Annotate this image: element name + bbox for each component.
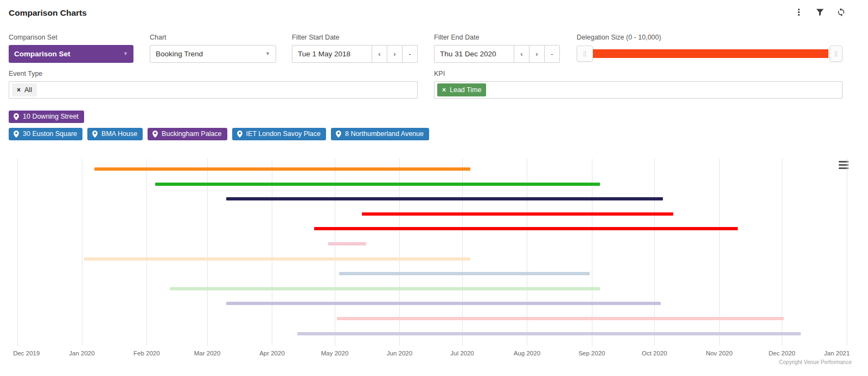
chart-bar-10 [226, 302, 661, 305]
tag-label: All [24, 86, 32, 94]
end-date-prev-button[interactable]: ‹ [514, 46, 529, 62]
comparison-set-group: Comparison Set Comparison Set ▼ [9, 34, 133, 63]
axis-tick-label: Jan 2020 [69, 350, 94, 356]
comparison-set-value: Comparison Set [14, 50, 71, 58]
chevron-down-icon: ▼ [265, 51, 270, 56]
chart-bar-8 [339, 272, 590, 275]
filter-end-date-label: Filter End Date [434, 34, 560, 41]
axis-tick-label: Jun 2020 [387, 350, 412, 356]
start-date-clear-button[interactable]: - [402, 46, 417, 62]
slider-handle-max[interactable] [829, 46, 843, 62]
axis-tick-label: Dec 2020 [769, 350, 795, 356]
end-date-clear-button[interactable]: - [544, 46, 559, 62]
start-date-prev-button[interactable]: ‹ [372, 46, 387, 62]
axis-tick-label: May 2020 [321, 350, 349, 356]
comparison-set-label: Comparison Set [9, 34, 133, 41]
chart-copyright: Copyright Venue Performance [779, 359, 852, 365]
map-pin-icon [92, 131, 98, 138]
comparison-charts-page: Comparison Charts Comparison Set Compari… [0, 0, 868, 376]
chart-bar-5 [314, 227, 738, 230]
gridline [146, 159, 147, 346]
map-pin-icon [336, 131, 341, 138]
venue-tag-bma-house[interactable]: BMA House [87, 128, 143, 140]
start-date-next-button[interactable]: › [387, 46, 402, 62]
venue-tag-label: 8 Northumberland Avenue [345, 130, 424, 138]
kpi-label: KPI [434, 70, 843, 77]
axis-tick-label: Jan 2021 [824, 350, 850, 356]
axis-tick-label: Nov 2020 [706, 350, 732, 356]
axis-tick-label: Sep 2020 [578, 350, 605, 356]
venue-tag-10-downing-street[interactable]: 10 Downing Street [9, 111, 84, 123]
gridline [207, 159, 208, 346]
filter-start-date-input[interactable]: Tue 1 May 2018 [292, 46, 372, 62]
axis-tick-label: Apr 2020 [259, 350, 285, 356]
event-type-label: Event Type [9, 70, 418, 77]
filter-end-date-control: Thu 31 Dec 2020 ‹ › - [434, 45, 560, 63]
venue-tag-iet-london-savoy-place[interactable]: IET London Savoy Place [232, 128, 326, 140]
chart-bar-3 [226, 197, 663, 200]
end-date-next-button[interactable]: › [529, 46, 544, 62]
kpi-group: KPI ×Lead Time [434, 70, 843, 99]
slider-track[interactable] [592, 49, 828, 58]
filter-start-date-label: Filter Start Date [292, 34, 418, 41]
remove-tag-icon[interactable]: × [17, 87, 21, 93]
filter-end-date-input[interactable]: Thu 31 Dec 2020 [435, 46, 514, 62]
kebab-menu-icon[interactable] [794, 7, 804, 17]
venue-tag-label: IET London Savoy Place [246, 130, 321, 138]
map-pin-icon [14, 131, 19, 138]
chart-label: Chart [150, 34, 276, 41]
chart-bar-2 [155, 183, 600, 186]
chart-bar-11 [337, 317, 784, 320]
selected-tag-all: ×All [12, 83, 37, 96]
slider-handle-min[interactable] [577, 46, 593, 62]
venue-tag-30-euston-square[interactable]: 30 Euston Square [9, 128, 82, 140]
filter-start-date-group: Filter Start Date Tue 1 May 2018 ‹ › - [292, 34, 418, 63]
remove-tag-icon[interactable]: × [442, 87, 446, 93]
selected-tag-lead-time: ×Lead Time [437, 83, 486, 96]
chart-group: Chart Booking Trend ▼ [150, 34, 276, 63]
axis-tick-label: Mar 2020 [194, 350, 221, 356]
chart-bar-9 [170, 287, 600, 290]
venue-tag-label: 30 Euston Square [23, 130, 77, 138]
venue-tag-label: 10 Downing Street [23, 113, 79, 120]
chart-value: Booking Trend [156, 50, 203, 58]
kpi-multiselect[interactable]: ×Lead Time [434, 81, 843, 99]
comparison-set-select[interactable]: Comparison Set ▼ [9, 45, 133, 63]
chart-bar-7 [84, 257, 471, 261]
chart-bar-12 [297, 332, 801, 335]
axis-tick-label: Dec 2019 [13, 350, 40, 356]
gridline [272, 159, 272, 346]
axis-tick-label: Jul 2020 [450, 350, 474, 356]
filter-icon[interactable] [815, 7, 825, 17]
axis-tick-label: Aug 2020 [514, 350, 540, 356]
header-toolbar [794, 7, 846, 17]
venue-tags-row-1: 10 Downing Street [9, 111, 84, 123]
axis-tick-label: Feb 2020 [133, 350, 160, 356]
delegation-size-group: Delegation Size (0 - 10,000) [577, 34, 843, 63]
filter-start-date-control: Tue 1 May 2018 ‹ › - [292, 45, 418, 63]
gridline [847, 159, 847, 346]
booking-trend-chart: Copyright Venue Performance Dec 2019Jan … [11, 155, 857, 364]
gridline [335, 159, 335, 346]
map-pin-icon [237, 131, 242, 138]
event-type-multiselect[interactable]: ×All [9, 81, 418, 99]
filter-end-date-group: Filter End Date Thu 31 Dec 2020 ‹ › - [434, 34, 560, 63]
map-pin-icon [14, 113, 19, 120]
venue-tag-label: Buckingham Palace [162, 130, 221, 138]
venue-tags-row-2: 30 Euston SquareBMA HouseBuckingham Pala… [9, 128, 429, 140]
delegation-size-label: Delegation Size (0 - 10,000) [577, 34, 843, 41]
venue-tag-buckingham-palace[interactable]: Buckingham Palace [148, 128, 227, 140]
chart-bar-4 [362, 212, 673, 216]
venue-tag-8-northumberland-avenue[interactable]: 8 Northumberland Avenue [331, 128, 429, 140]
chart-select[interactable]: Booking Trend ▼ [150, 45, 276, 63]
chevron-down-icon: ▼ [123, 51, 128, 56]
page-title: Comparison Charts [9, 8, 87, 18]
chart-bar-1 [94, 167, 470, 171]
delegation-size-slider[interactable] [577, 45, 843, 63]
map-pin-icon [152, 131, 158, 138]
axis-tick-label: Oct 2020 [642, 350, 667, 356]
chart-bar-6 [328, 242, 366, 245]
refresh-icon[interactable] [836, 7, 846, 17]
gridline [17, 159, 18, 346]
gridline [82, 159, 82, 346]
